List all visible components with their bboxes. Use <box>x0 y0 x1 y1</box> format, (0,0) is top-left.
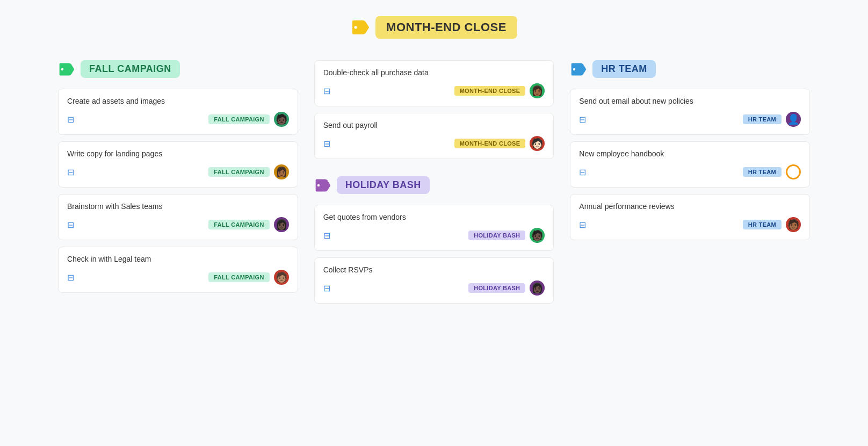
task-meta: HR TEAM 🧑🏾 <box>743 217 801 232</box>
task-card-checkin-legal: Check in with Legal team ⊟ FALL CAMPAIGN… <box>58 247 298 293</box>
fall-campaign-title: FALL CAMPAIGN <box>81 60 180 78</box>
task-type-icon: ⊟ <box>323 139 330 149</box>
task-tag: FALL CAMPAIGN <box>208 114 269 124</box>
avatar: 👩🏿 <box>530 280 545 296</box>
middle-column: Double-check all purchase data ⊟ MONTH-E… <box>314 60 554 310</box>
svg-point-2 <box>61 68 63 70</box>
task-tag: HR TEAM <box>743 114 782 124</box>
avatar: 👤 <box>786 112 801 127</box>
task-type-icon: ⊟ <box>67 167 74 177</box>
task-card-performance-reviews: Annual performance reviews ⊟ HR TEAM 🧑🏾 <box>570 194 810 240</box>
task-tag: HR TEAM <box>743 220 782 229</box>
task-type-icon: ⊟ <box>67 272 74 283</box>
task-tag: HOLIDAY BASH <box>468 231 525 240</box>
task-meta: HR TEAM <box>743 164 801 179</box>
task-footer: ⊟ FALL CAMPAIGN 🧑🏿 <box>67 112 289 127</box>
svg-point-1 <box>355 26 357 29</box>
task-footer: ⊟ FALL CAMPAIGN 👩🏿 <box>67 217 289 232</box>
task-footer: ⊟ FALL CAMPAIGN 👩🏾 <box>67 164 289 179</box>
task-card-write-copy: Write copy for landing pages ⊟ FALL CAMP… <box>58 141 298 188</box>
holiday-bash-header: HOLIDAY BASH <box>314 176 554 194</box>
avatar: 👩🏾 <box>274 164 289 179</box>
task-footer: ⊟ MONTH-END CLOSE 🧑🏻 <box>323 136 545 151</box>
task-title: Send out payroll <box>323 121 545 130</box>
task-type-icon: ⊟ <box>67 220 74 230</box>
task-card-handbook: New employee handbook ⊟ HR TEAM <box>570 141 810 188</box>
task-meta: FALL CAMPAIGN 👩🏾 <box>208 164 288 179</box>
task-type-icon: ⊟ <box>323 231 330 241</box>
task-footer: ⊟ HOLIDAY BASH 🧑🏿 <box>323 228 545 243</box>
task-card-double-check: Double-check all purchase data ⊟ MONTH-E… <box>314 60 554 106</box>
avatar: 🧑🏻 <box>530 136 545 151</box>
task-type-icon: ⊟ <box>579 220 586 230</box>
task-footer: ⊟ HR TEAM <box>579 164 801 179</box>
avatar: 👩🏾 <box>530 83 545 98</box>
task-title: Get quotes from vendors <box>323 213 545 221</box>
task-card-rsvps: Collect RSVPs ⊟ HOLIDAY BASH 👩🏿 <box>314 257 554 304</box>
task-footer: ⊟ MONTH-END CLOSE 👩🏾 <box>323 83 545 98</box>
task-tag: FALL CAMPAIGN <box>208 167 269 177</box>
task-title: Collect RSVPs <box>323 265 545 274</box>
task-title: Create ad assets and images <box>67 97 289 105</box>
task-tag: MONTH-END CLOSE <box>454 86 526 96</box>
task-tag: FALL CAMPAIGN <box>208 272 269 282</box>
avatar: 🧑🏽 <box>274 270 289 285</box>
avatar: 👩🏿 <box>274 217 289 232</box>
task-card-email-policies: Send out email about new policies ⊟ HR T… <box>570 89 810 135</box>
task-tag: MONTH-END CLOSE <box>454 139 526 148</box>
month-end-close-tag-icon <box>351 18 370 37</box>
task-meta: FALL CAMPAIGN 👩🏿 <box>208 217 288 232</box>
avatar <box>786 164 801 179</box>
task-tag: HR TEAM <box>743 167 782 177</box>
avatar: 🧑🏾 <box>786 217 801 232</box>
task-meta: HOLIDAY BASH 👩🏿 <box>468 280 545 296</box>
task-footer: ⊟ HR TEAM 🧑🏾 <box>579 217 801 232</box>
task-meta: HOLIDAY BASH 🧑🏿 <box>468 228 545 243</box>
svg-point-4 <box>573 68 575 70</box>
task-footer: ⊟ HR TEAM 👤 <box>579 112 801 127</box>
task-title: Check in with Legal team <box>67 255 289 263</box>
task-card-create-ad: Create ad assets and images ⊟ FALL CAMPA… <box>58 89 298 135</box>
main-columns: FALL CAMPAIGN Create ad assets and image… <box>58 60 810 310</box>
task-tag: FALL CAMPAIGN <box>208 220 269 229</box>
holiday-bash-tag-icon <box>314 177 331 194</box>
avatar: 🧑🏿 <box>530 228 545 243</box>
task-meta: MONTH-END CLOSE 🧑🏻 <box>454 136 545 151</box>
task-card-payroll: Send out payroll ⊟ MONTH-END CLOSE 🧑🏻 <box>314 113 554 159</box>
hr-team-tag-icon <box>570 61 587 78</box>
task-title: Send out email about new policies <box>579 97 801 105</box>
task-card-brainstorm: Brainstorm with Sales teams ⊟ FALL CAMPA… <box>58 194 298 240</box>
task-footer: ⊟ FALL CAMPAIGN 🧑🏽 <box>67 270 289 285</box>
fall-campaign-tag-icon <box>58 61 75 78</box>
task-title: Write copy for landing pages <box>67 149 289 158</box>
month-end-close-title: MONTH-END CLOSE <box>375 16 517 39</box>
task-title: Double-check all purchase data <box>323 68 545 77</box>
svg-point-3 <box>317 184 319 186</box>
task-meta: FALL CAMPAIGN 🧑🏽 <box>208 270 288 285</box>
avatar: 🧑🏿 <box>274 112 289 127</box>
task-meta: HR TEAM 👤 <box>743 112 801 127</box>
page-header: MONTH-END CLOSE <box>21 16 847 39</box>
task-footer: ⊟ HOLIDAY BASH 👩🏿 <box>323 280 545 296</box>
holiday-bash-title: HOLIDAY BASH <box>337 176 430 194</box>
task-title: Brainstorm with Sales teams <box>67 202 289 211</box>
task-meta: FALL CAMPAIGN 🧑🏿 <box>208 112 288 127</box>
fall-campaign-header: FALL CAMPAIGN <box>58 60 298 78</box>
hr-team-title: HR TEAM <box>592 60 656 78</box>
task-title: Annual performance reviews <box>579 202 801 211</box>
task-tag: HOLIDAY BASH <box>468 283 525 293</box>
task-card-vendors: Get quotes from vendors ⊟ HOLIDAY BASH 🧑… <box>314 205 554 251</box>
task-title: New employee handbook <box>579 149 801 158</box>
task-type-icon: ⊟ <box>323 86 330 96</box>
hr-team-header: HR TEAM <box>570 60 810 78</box>
task-type-icon: ⊟ <box>67 114 74 125</box>
task-type-icon: ⊟ <box>579 167 586 177</box>
hr-team-column: HR TEAM Send out email about new policie… <box>570 60 810 310</box>
task-meta: MONTH-END CLOSE 👩🏾 <box>454 83 545 98</box>
task-type-icon: ⊟ <box>579 114 586 125</box>
task-type-icon: ⊟ <box>323 283 330 293</box>
fall-campaign-column: FALL CAMPAIGN Create ad assets and image… <box>58 60 298 310</box>
